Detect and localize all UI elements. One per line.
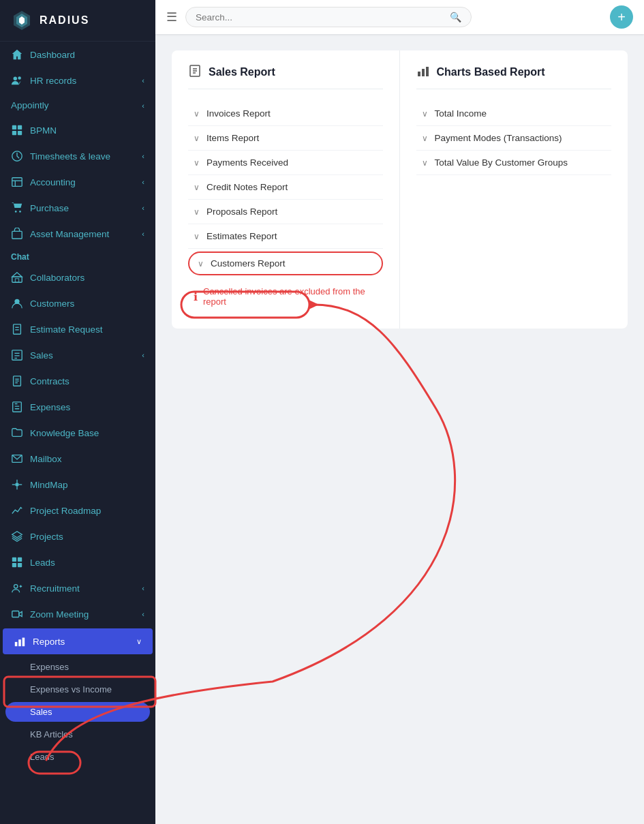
submenu-label-expenses: Expenses [30, 662, 69, 672]
svg-rect-17 [15, 279, 18, 282]
sidebar-item-bpmn[interactable]: BPMN [0, 117, 155, 143]
svg-rect-5 [12, 125, 16, 129]
list-icon [11, 349, 23, 361]
folder-icon [11, 427, 23, 439]
chevron-icon-sales: ‹ [142, 351, 144, 359]
sidebar-item-zoom-meeting[interactable]: Zoom Meeting ‹ [0, 601, 155, 627]
sidebar-label-accounting: Accounting [30, 177, 76, 187]
chevron-icon-asset: ‹ [142, 230, 144, 238]
submenu-label-leads: Leads [30, 752, 54, 762]
submenu-label-sales: Sales [30, 707, 52, 717]
svg-rect-15 [12, 231, 22, 239]
sidebar-item-purchase[interactable]: Purchase ‹ [0, 195, 155, 221]
doc-icon [11, 323, 23, 335]
report-item-estimates[interactable]: ∨ Estimates Report [188, 224, 383, 249]
report-label-total-value: Total Value By Customer Groups [435, 157, 568, 168]
sidebar-item-estimate-request[interactable]: Estimate Request [0, 316, 155, 342]
search-container: 🔍 [185, 7, 472, 27]
chevron-icon-accounting: ‹ [142, 178, 144, 186]
sidebar-label-estimate-request: Estimate Request [30, 324, 103, 335]
report-label-items: Items Report [206, 133, 259, 143]
sidebar-item-customers[interactable]: Customers [0, 290, 155, 316]
svg-rect-37 [12, 558, 16, 562]
sidebar-label-purchase: Purchase [30, 203, 69, 213]
sidebar-item-hr-records[interactable]: HR records ‹ [0, 67, 155, 93]
sidebar-item-projects[interactable]: Projects [0, 523, 155, 549]
chevron-icon-timesheets: ‹ [142, 152, 144, 160]
report-item-customers[interactable]: ∨ Customers Report [188, 251, 383, 275]
building-icon [11, 228, 23, 240]
sidebar-item-appointly[interactable]: Appointly ‹ [0, 93, 155, 117]
home-icon [11, 48, 23, 61]
sidebar-item-leads[interactable]: Leads [0, 549, 155, 575]
notice-icon: ℹ [194, 290, 198, 303]
submenu-item-kb-articles[interactable]: KB Articles [0, 723, 155, 746]
sidebar-label-expenses: Expenses [30, 402, 70, 412]
sidebar-item-expenses[interactable]: Expenses [0, 394, 155, 420]
report-item-credit-notes[interactable]: ∨ Credit Notes Report [188, 175, 383, 200]
users-icon [11, 74, 23, 87]
report-item-proposals[interactable]: ∨ Proposals Report [188, 200, 383, 224]
sidebar-item-project-roadmap[interactable]: Project Roadmap [0, 498, 155, 523]
report-item-invoices[interactable]: ∨ Invoices Report [188, 102, 383, 126]
report-item-payments[interactable]: ∨ Payments Received [188, 151, 383, 175]
cart-icon [11, 202, 23, 214]
sidebar-item-timesheets[interactable]: Timesheets & leave ‹ [0, 143, 155, 169]
chevron-proposals: ∨ [194, 207, 200, 217]
sidebar-label-recruitment: Recruitment [30, 583, 80, 594]
bar-chart-icon [14, 635, 26, 647]
sidebar-item-dashboard[interactable]: Dashboard [0, 42, 155, 67]
layers-icon [11, 530, 23, 543]
charts-report-title: Charts Based Report [437, 66, 545, 78]
sidebar-item-contracts[interactable]: Contracts [0, 368, 155, 394]
sidebar-label-projects: Projects [30, 532, 63, 542]
chevron-credit-notes: ∨ [194, 183, 200, 192]
report-item-total-income[interactable]: ∨ Total Income [416, 102, 612, 126]
sidebar-label-knowledge-base: Knowledge Base [30, 428, 99, 438]
charts-report-icon [416, 64, 430, 80]
sidebar-item-mailbox[interactable]: Mailbox [0, 446, 155, 472]
submenu-item-leads[interactable]: Leads [0, 746, 155, 768]
sidebar-item-collaborators[interactable]: Collaborators [0, 264, 155, 290]
report-item-items[interactable]: ∨ Items Report [188, 126, 383, 151]
add-button[interactable]: + [610, 5, 633, 29]
sidebar-label-collaborators: Collaborators [30, 273, 85, 283]
sidebar-item-recruitment[interactable]: Recruitment ‹ [0, 575, 155, 601]
sales-report-icon [188, 64, 202, 80]
search-input[interactable] [196, 12, 450, 22]
svg-point-32 [15, 483, 18, 486]
svg-rect-19 [14, 324, 21, 334]
sidebar-label-reports: Reports [33, 637, 65, 647]
svg-point-13 [15, 211, 17, 213]
chevron-icon-recruitment: ‹ [142, 584, 144, 592]
submenu-item-expenses[interactable]: Expenses [0, 656, 155, 678]
chevron-estimates: ∨ [194, 232, 200, 241]
sidebar-label-timesheets: Timesheets & leave [30, 151, 110, 162]
report-label-payment-modes: Payment Modes (Transactions) [435, 133, 562, 143]
sidebar-label-dashboard: Dashboard [30, 50, 75, 60]
bank-icon [11, 271, 23, 284]
main-area: ☰ 🔍 + Sales Report ∨ Invoices [155, 0, 644, 824]
sidebar-label-customers: Customers [30, 299, 74, 309]
sidebar-item-reports[interactable]: Reports ∨ [3, 628, 153, 654]
sidebar-item-mindmap[interactable]: MindMap [0, 472, 155, 498]
submenu-item-sales[interactable]: Sales [5, 702, 150, 722]
report-label-credit-notes: Credit Notes Report [206, 182, 288, 192]
sidebar-item-sales[interactable]: Sales ‹ [0, 342, 155, 368]
svg-point-3 [14, 77, 17, 80]
report-item-total-value[interactable]: ∨ Total Value By Customer Groups [416, 151, 612, 175]
submenu-label-kb-articles: KB Articles [30, 729, 73, 739]
chevron-invoices: ∨ [194, 109, 200, 119]
chevron-icon-reports: ∨ [136, 637, 142, 646]
charts-report-column: Charts Based Report ∨ Total Income ∨ Pay… [400, 50, 628, 329]
svg-rect-45 [15, 642, 18, 646]
sidebar-item-knowledge-base[interactable]: Knowledge Base [0, 420, 155, 446]
sidebar-item-accounting[interactable]: Accounting ‹ [0, 169, 155, 195]
menu-icon[interactable]: ☰ [166, 10, 177, 25]
report-item-payment-modes[interactable]: ∨ Payment Modes (Transactions) [416, 126, 612, 151]
sidebar-label-asset-management: Asset Management [30, 229, 109, 239]
sidebar-item-asset-management[interactable]: Asset Management ‹ [0, 221, 155, 247]
submenu-item-expenses-vs-income[interactable]: Expenses vs Income [0, 678, 155, 701]
svg-point-14 [19, 211, 21, 213]
add-button-label: + [617, 10, 626, 25]
